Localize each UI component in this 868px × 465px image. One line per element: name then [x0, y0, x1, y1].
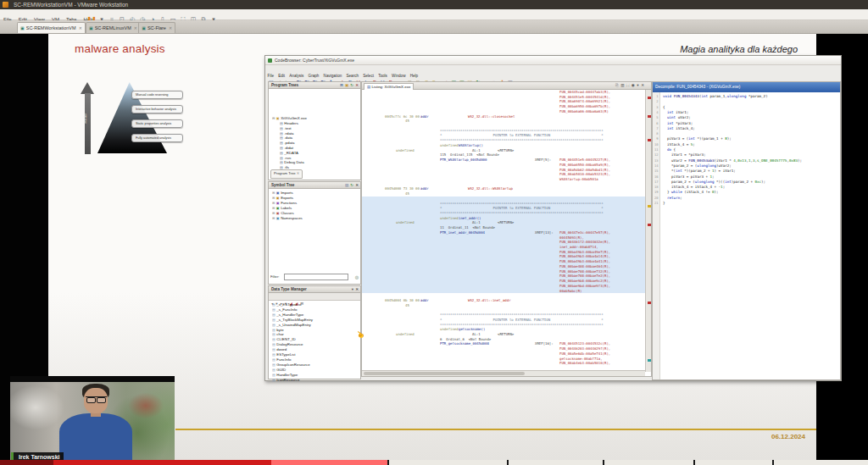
- arrow-shaft: [85, 93, 91, 154]
- progress-segment-6: [604, 460, 693, 465]
- vm-tab-label: SC-REMLinuxVM: [95, 25, 131, 30]
- symbol-tree-exports[interactable]: ⊞▣Exports: [272, 196, 293, 201]
- program-tree-item-Headers[interactable]: ▤Headers: [280, 121, 298, 126]
- symbol-tree-header[interactable]: Symbol Tree ▤↻✕: [269, 182, 360, 189]
- progress-segment-8: [774, 460, 868, 465]
- progress-segment-4: [389, 460, 507, 465]
- scroll-marker: [648, 139, 651, 141]
- listing-panel: ▤ Listing: XiGVuGmX.exe ⎘▥⛶◉▾✕ FUN_00445…: [361, 81, 652, 377]
- options-dropdown-icon[interactable]: ▾: [352, 287, 353, 291]
- vmware-toolbar: ❚❚▾⌗⊡◴◷◑▯▭⛶◫⧉▾: [86, 9, 219, 19]
- dtm-toolbar: ◂▾▸▾◢◢⊟: [269, 293, 360, 301]
- graph-icon[interactable]: ▤: [345, 183, 348, 187]
- listing-tabbar: ▤ Listing: XiGVuGmX.exe ⎘▥⛶◉▾✕: [362, 82, 651, 90]
- decompile-line[interactable]: int iStack_4;: [663, 126, 695, 131]
- dtm-item-iconresource[interactable]: ▤IconResource: [272, 378, 299, 383]
- vm-tab-2[interactable]: ▣SC-REMLinuxVM✕: [86, 22, 141, 33]
- refresh-icon[interactable]: ↻: [350, 83, 353, 87]
- symbol-tree-header-icons: ▤↻✕: [343, 182, 359, 188]
- slide-tagline: Magia analityka dla każdego: [680, 44, 798, 54]
- program-tree-item-didat[interactable]: ▤.didat: [280, 146, 293, 151]
- video-progress-bar[interactable]: [0, 460, 868, 465]
- dtm-item-handlertype[interactable]: ▤HandlerType: [272, 373, 298, 378]
- decompile-header[interactable]: Decompile: FUN_00454343 - (XiGVuGmX.exe): [653, 82, 840, 92]
- expand-icon[interactable]: ⛶: [626, 83, 629, 87]
- arrow-label: Harder: [83, 113, 87, 123]
- symbol-tree-classes[interactable]: ⊞▣Classes: [272, 211, 294, 216]
- listing-body[interactable]: FUN_00445cad:00447ab3(R),FUN_004451e5:00…: [362, 90, 645, 372]
- copy-view-icon[interactable]: ⎘: [615, 83, 619, 87]
- vm-tab-close-icon[interactable]: ✕: [169, 25, 172, 30]
- dtm-header[interactable]: Data Type Manager ▾✕: [269, 286, 360, 293]
- vm-tab-3[interactable]: ▣SC-Flare✕: [138, 22, 175, 33]
- dtm-item-_s_unwindmapentry[interactable]: ▤_s_UnwindMapEntry: [272, 323, 311, 328]
- symbol-tree-title: Symbol Tree: [271, 182, 294, 188]
- close-icon[interactable]: ✕: [641, 83, 644, 87]
- progress-segment-2: [53, 460, 271, 465]
- program-tree-item-rsrc[interactable]: ▤.rsrc: [280, 156, 292, 161]
- pyramid-level-3: Static properties analysis: [131, 119, 183, 128]
- ghidra-window: CodeBrowser: CyberTrust/XiGVuGmX.exe Fil…: [264, 55, 842, 381]
- program-tree-item-DebugData[interactable]: ▤Debug Data: [280, 160, 304, 165]
- vmware-window-title: SC-REMWorkstationVM - VMware Workstation: [14, 0, 128, 9]
- dtm-item-funcinfo[interactable]: ▤FuncInfo: [272, 357, 291, 363]
- dtm-item-groupiconresource[interactable]: ▤GroupIconResource: [272, 363, 310, 368]
- vm-tab-1[interactable]: ▣SC-REMWorkstationVM✕: [17, 22, 86, 33]
- vm-tab-close-icon[interactable]: ✕: [134, 25, 137, 30]
- new-tree-icon[interactable]: ▣: [345, 83, 348, 87]
- symbol-tree-labels[interactable]: ⊞▣Labels: [272, 206, 292, 211]
- scroll-marker: [648, 302, 651, 304]
- vmware-logo-icon: [3, 2, 8, 8]
- program-tree-item-text[interactable]: ▤.text: [280, 126, 292, 131]
- dtm-item-client_id[interactable]: ▤CLIENT_ID: [272, 337, 296, 342]
- pyramid-level-2: Interactive behavior analysis: [131, 105, 183, 113]
- scroll-marker: [648, 97, 651, 99]
- scroll-marker: [648, 224, 651, 226]
- symbol-tree-functions[interactable]: ⊞▣Functions: [272, 201, 297, 206]
- dtm-item-dialogresource[interactable]: ▤DialogResource: [272, 342, 303, 347]
- pyramid-level-1: Manual code reversing: [131, 91, 183, 99]
- dtm-item-char[interactable]: ▤char: [272, 332, 284, 337]
- program-tree-item-rdata[interactable]: ▤.rdata: [280, 131, 294, 136]
- dtm-item-dword[interactable]: ▤dword: [272, 347, 287, 352]
- close-icon[interactable]: ✕: [355, 287, 359, 291]
- fields-icon[interactable]: ▥: [620, 83, 624, 87]
- close-icon[interactable]: ✕: [355, 83, 359, 87]
- decompile-line[interactable]: }: [663, 201, 665, 206]
- program-trees-title: Program Trees: [271, 82, 298, 88]
- dtm-item-_s_tryblockmapentry[interactable]: ▤_s_TryBlockMapEntry: [272, 318, 313, 323]
- progress-segment-3: [271, 460, 387, 465]
- program-tree-bottom-tab[interactable]: Program Tree ✕: [270, 169, 303, 179]
- refresh-icon[interactable]: ↻: [350, 183, 353, 187]
- listing-hscrollbar[interactable]: [362, 370, 645, 376]
- expand-all-icon[interactable]: ⊞: [340, 83, 343, 87]
- filter-config-icon[interactable]: ◎: [355, 274, 359, 280]
- symbol-filter-input[interactable]: [284, 274, 348, 280]
- program-tree-item-RDATA[interactable]: ▤_RDATA: [280, 151, 298, 156]
- close-icon[interactable]: ✕: [355, 183, 359, 187]
- listing-vscrollbar[interactable]: [645, 90, 651, 372]
- program-trees-header[interactable]: Program Trees ⊞▣↻✕: [269, 82, 360, 89]
- dropdown-icon[interactable]: ▾: [637, 83, 638, 87]
- vm-tab-close-icon[interactable]: ✕: [79, 25, 82, 30]
- vmware-tabbar: ▣SC-REMWorkstationVM✕▣SC-REMLinuxVM✕▣SC-…: [0, 20, 868, 34]
- listing-line[interactable]: FUN_00ab4eb3:00ab5010(R),: [362, 361, 645, 366]
- program-tree-root[interactable]: ⊟▣XiGVuGmX.exe: [272, 116, 307, 121]
- dtm-item-estypelist[interactable]: ▤ESTypeList: [272, 352, 296, 357]
- pyramid-harder-arrow: Harder: [81, 82, 94, 155]
- slide-footer-line: [175, 429, 816, 430]
- dtm-item-byte[interactable]: ▤byte: [272, 328, 284, 333]
- program-tree-item-data[interactable]: ▤.data: [280, 136, 292, 141]
- symbol-tree-namespaces[interactable]: ⊞▣Namespaces: [272, 216, 303, 221]
- decompile-line[interactable]: return;: [663, 196, 682, 201]
- dtm-item-_s_estypelist[interactable]: ▤_s_ESTypeList: [272, 302, 302, 307]
- symbol-tree-imports[interactable]: ⊞▣Imports: [272, 191, 293, 196]
- symbol-tree-panel: Symbol Tree ▤↻✕ ⊞▣Imports⊞▣Exports⊞▣Func…: [268, 181, 361, 285]
- program-tree-item-pdata[interactable]: ▤.pdata: [280, 141, 295, 146]
- dtm-item-guid[interactable]: ▤GUID: [272, 368, 286, 373]
- decompile-line[interactable]: void FUN_00454343(int param_1,ulonglong …: [663, 94, 768, 99]
- ghidra-titlebar[interactable]: CodeBrowser: CyberTrust/XiGVuGmX.exe: [265, 56, 841, 65]
- dtm-item-_s_funcinfo[interactable]: ▤_s_FuncInfo: [272, 307, 297, 313]
- dtm-item-_s_handlertype[interactable]: ▤_s_HandlerType: [272, 313, 303, 318]
- snapshot-icon[interactable]: ◉: [632, 83, 635, 87]
